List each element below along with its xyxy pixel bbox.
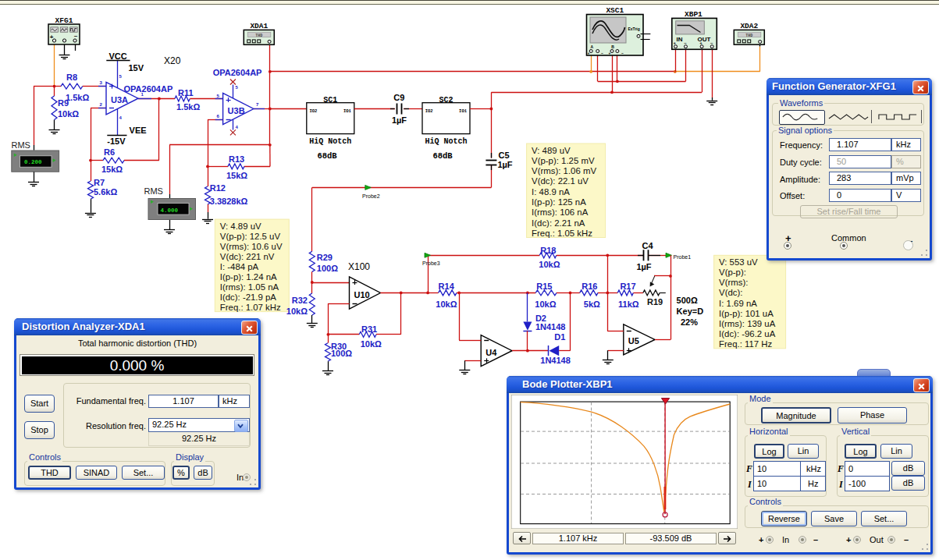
svg-text:V(p-p): 1.25 mV: V(p-p): 1.25 mV — [532, 156, 595, 165]
svg-text:R6: R6 — [104, 147, 115, 157]
svg-text:V: 4.89 uV: V: 4.89 uV — [220, 222, 261, 231]
svg-text:I: 1.69 nA: I: 1.69 nA — [719, 299, 757, 308]
svg-text:4: 4 — [236, 125, 239, 129]
svg-text:5: 5 — [236, 85, 239, 90]
svg-text:VEE: VEE — [130, 126, 147, 135]
svg-text:R13: R13 — [229, 154, 244, 164]
svg-text:XSC1: XSC1 — [606, 6, 624, 15]
svg-text:IO1: IO1 — [343, 108, 352, 114]
svg-text:C9: C9 — [393, 93, 404, 102]
svg-text:XFG1: XFG1 — [55, 16, 73, 25]
svg-text:15kΩ: 15kΩ — [226, 171, 247, 180]
svg-text:I(p-p): 125 nA: I(p-p): 125 nA — [532, 197, 586, 207]
svg-text:IO2: IO2 — [425, 108, 433, 114]
svg-text:I: 48.9 nA: I: 48.9 nA — [532, 187, 570, 197]
svg-text:100Ω: 100Ω — [331, 349, 352, 358]
svg-text:VCC: VCC — [109, 51, 127, 61]
svg-text:V(rms): 10.6 uV: V(rms): 10.6 uV — [220, 242, 283, 251]
svg-text:R32: R32 — [292, 296, 308, 305]
svg-text:HiQ Notch: HiQ Notch — [425, 137, 467, 146]
svg-text:Freq.: 1.07 kHz: Freq.: 1.07 kHz — [220, 303, 281, 312]
svg-text:22%: 22% — [681, 317, 698, 327]
svg-text:SC2: SC2 — [439, 96, 453, 105]
svg-text:6: 6 — [217, 114, 220, 119]
svg-text:R29: R29 — [317, 253, 333, 262]
svg-text:R12: R12 — [210, 183, 226, 193]
svg-text:R8: R8 — [66, 73, 77, 82]
svg-text:15V: 15V — [129, 63, 144, 73]
svg-text:A: A — [591, 44, 594, 49]
svg-text:XBP1: XBP1 — [685, 10, 702, 19]
svg-text:X100: X100 — [348, 261, 370, 272]
svg-text:C4: C4 — [642, 241, 653, 250]
svg-text:XDA2: XDA2 — [740, 22, 758, 30]
svg-text:Freq.: 117 Hz: Freq.: 117 Hz — [719, 339, 772, 349]
svg-text:–: – — [74, 32, 78, 39]
svg-text:500Ω: 500Ω — [677, 296, 698, 305]
svg-text:5: 5 — [119, 74, 123, 79]
svg-text:-15V: -15V — [107, 136, 126, 146]
svg-text:R7: R7 — [94, 178, 105, 187]
svg-text:U10: U10 — [354, 290, 370, 299]
svg-text:B: B — [611, 44, 614, 49]
svg-text:IO2: IO2 — [310, 108, 318, 114]
svg-text:RMS: RMS — [144, 186, 163, 196]
svg-text:3: 3 — [100, 80, 103, 85]
svg-text:U3B: U3B — [228, 106, 245, 115]
svg-text:THD: THD — [745, 34, 752, 38]
svg-text:RMS: RMS — [12, 140, 30, 150]
svg-text:1µF: 1µF — [636, 262, 651, 271]
svg-text:1µF: 1µF — [497, 160, 512, 169]
svg-text:I(rms): 106 nA: I(rms): 106 nA — [532, 207, 589, 217]
svg-text:10kΩ: 10kΩ — [535, 299, 556, 309]
svg-text:0.200: 0.200 — [24, 159, 42, 165]
svg-text:V: 489 uV: V: 489 uV — [532, 146, 571, 155]
svg-text:XDA1: XDA1 — [250, 22, 268, 30]
svg-text:Probe2: Probe2 — [362, 193, 380, 199]
svg-text:V(dc): 22.1 uV: V(dc): 22.1 uV — [532, 176, 589, 186]
svg-text:OPA2604AP: OPA2604AP — [213, 68, 262, 77]
svg-text:ExTrig: ExTrig — [628, 27, 640, 31]
svg-text:10kΩ: 10kΩ — [58, 109, 79, 119]
svg-text:SC1: SC1 — [323, 96, 337, 105]
svg-text:HiQ Notch: HiQ Notch — [309, 137, 351, 146]
svg-text:D1: D1 — [554, 332, 565, 342]
svg-text:1.5kΩ: 1.5kΩ — [176, 102, 200, 112]
svg-text:THD: THD — [255, 34, 262, 38]
svg-text:10kΩ: 10kΩ — [539, 260, 560, 269]
svg-text:V(dc):: V(dc): — [719, 288, 742, 297]
svg-text:11kΩ: 11kΩ — [618, 299, 639, 309]
svg-text:I: -484 pA: I: -484 pA — [220, 262, 259, 271]
svg-text:5kΩ: 5kΩ — [584, 299, 600, 309]
svg-text:V(p-p):: V(p-p): — [719, 268, 746, 277]
svg-text:I(dc): 2.21 nA: I(dc): 2.21 nA — [532, 218, 585, 228]
svg-text:–: – — [621, 51, 624, 55]
svg-text:100Ω: 100Ω — [317, 264, 338, 273]
svg-text:V(rms): 1.06 mV: V(rms): 1.06 mV — [532, 166, 596, 175]
svg-text:I(dc): -96.2 uA: I(dc): -96.2 uA — [719, 329, 776, 338]
svg-text:1.5kΩ: 1.5kΩ — [66, 93, 89, 102]
svg-text:+: + — [699, 41, 702, 45]
svg-text:R11: R11 — [178, 88, 194, 97]
svg-text:Probe1: Probe1 — [674, 254, 692, 260]
svg-text:U5: U5 — [628, 336, 639, 346]
svg-text:10kΩ: 10kΩ — [436, 299, 457, 309]
svg-text:V(dc): 221 nV: V(dc): 221 nV — [220, 252, 275, 261]
svg-text:U4: U4 — [486, 348, 497, 357]
svg-text:R16: R16 — [582, 282, 597, 291]
svg-text:I(dc): -21.9 pA: I(dc): -21.9 pA — [220, 292, 277, 302]
svg-text:V(rms):: V(rms): — [719, 278, 748, 287]
svg-text:10kΩ: 10kΩ — [286, 307, 308, 316]
svg-text:4: 4 — [119, 115, 123, 120]
svg-text:2: 2 — [100, 102, 103, 107]
svg-text:1N4148: 1N4148 — [540, 356, 571, 365]
svg-text:R17: R17 — [620, 282, 635, 291]
svg-text:Freq.: 1.05 kHz: Freq.: 1.05 kHz — [532, 229, 592, 238]
svg-text:Key=D: Key=D — [677, 307, 704, 316]
svg-text:R18: R18 — [540, 246, 556, 255]
svg-text:I(rms): 139 uA: I(rms): 139 uA — [719, 319, 776, 328]
svg-text:I(p-p): 101 uA: I(p-p): 101 uA — [719, 309, 774, 318]
svg-text:R14: R14 — [439, 282, 455, 291]
svg-text:C5: C5 — [499, 151, 510, 160]
svg-text:IN: IN — [677, 36, 683, 43]
